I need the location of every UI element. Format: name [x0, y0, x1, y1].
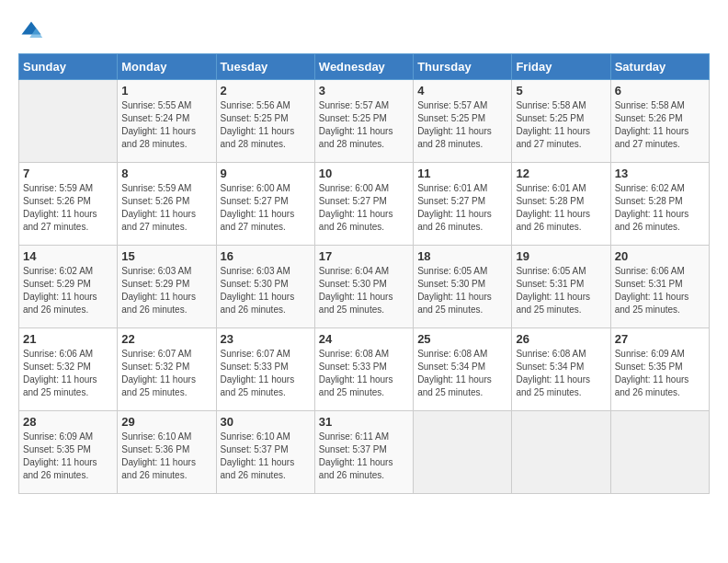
day-number: 18	[417, 249, 507, 263]
day-number: 2	[221, 84, 311, 98]
sunrise-text: Sunrise: 5:57 AM	[417, 100, 487, 110]
sunrise-text: Sunrise: 6:09 AM	[615, 349, 685, 359]
calendar-cell: 26 Sunrise: 6:08 AM Sunset: 5:34 PM Dayl…	[512, 328, 610, 411]
daylight-text: Daylight: 11 hours and 27 minutes.	[23, 209, 97, 232]
sunset-text: Sunset: 5:37 PM	[319, 444, 387, 454]
sunset-text: Sunset: 5:31 PM	[615, 279, 683, 289]
cell-info: Sunrise: 6:04 AM Sunset: 5:30 PM Dayligh…	[319, 265, 409, 316]
day-number: 6	[615, 84, 705, 98]
cell-info: Sunrise: 5:57 AM Sunset: 5:25 PM Dayligh…	[319, 99, 409, 151]
daylight-text: Daylight: 11 hours and 27 minutes.	[121, 209, 196, 232]
calendar-header: SundayMondayTuesdayWednesdayThursdayFrid…	[19, 54, 710, 80]
calendar-cell	[610, 411, 709, 494]
sunrise-text: Sunrise: 6:09 AM	[23, 431, 93, 442]
sunset-text: Sunset: 5:26 PM	[23, 196, 91, 206]
cell-info: Sunrise: 6:01 AM Sunset: 5:27 PM Dayligh…	[417, 182, 507, 234]
logo	[18, 18, 48, 44]
weekday-header: Tuesday	[216, 54, 314, 80]
cell-info: Sunrise: 6:07 AM Sunset: 5:32 PM Dayligh…	[121, 348, 211, 399]
calendar-cell: 13 Sunrise: 6:02 AM Sunset: 5:28 PM Dayl…	[610, 163, 709, 246]
daylight-text: Daylight: 11 hours and 26 minutes.	[23, 457, 97, 480]
sunrise-text: Sunrise: 6:07 AM	[121, 349, 191, 359]
sunset-text: Sunset: 5:32 PM	[23, 362, 91, 372]
cell-info: Sunrise: 6:10 AM Sunset: 5:36 PM Dayligh…	[121, 431, 211, 482]
sunset-text: Sunset: 5:37 PM	[221, 444, 289, 454]
sunrise-text: Sunrise: 6:08 AM	[417, 349, 487, 359]
day-number: 21	[23, 332, 113, 346]
day-number: 26	[516, 332, 606, 346]
daylight-text: Daylight: 11 hours and 27 minutes.	[221, 209, 295, 232]
weekday-header: Friday	[512, 54, 610, 80]
calendar-cell	[19, 80, 118, 163]
sunrise-text: Sunrise: 6:07 AM	[221, 349, 290, 359]
sunset-text: Sunset: 5:27 PM	[319, 196, 387, 206]
cell-info: Sunrise: 6:02 AM Sunset: 5:29 PM Dayligh…	[23, 265, 113, 316]
calendar-week-row: 14 Sunrise: 6:02 AM Sunset: 5:29 PM Dayl…	[19, 246, 710, 328]
weekday-header: Wednesday	[314, 54, 413, 80]
calendar-cell: 22 Sunrise: 6:07 AM Sunset: 5:32 PM Dayl…	[118, 328, 216, 411]
sunset-text: Sunset: 5:29 PM	[23, 279, 91, 289]
daylight-text: Daylight: 11 hours and 25 minutes.	[516, 292, 590, 315]
daylight-text: Daylight: 11 hours and 26 minutes.	[516, 209, 590, 232]
sunrise-text: Sunrise: 5:56 AM	[221, 100, 290, 110]
sunrise-text: Sunrise: 5:55 AM	[121, 100, 191, 110]
weekday-header: Thursday	[414, 54, 512, 80]
day-number: 31	[319, 415, 409, 429]
daylight-text: Daylight: 11 hours and 27 minutes.	[516, 126, 590, 149]
daylight-text: Daylight: 11 hours and 26 minutes.	[319, 457, 393, 480]
cell-info: Sunrise: 6:08 AM Sunset: 5:33 PM Dayligh…	[319, 348, 409, 399]
sunrise-text: Sunrise: 5:59 AM	[23, 183, 93, 193]
daylight-text: Daylight: 11 hours and 25 minutes.	[319, 374, 393, 397]
sunrise-text: Sunrise: 6:05 AM	[516, 266, 586, 276]
daylight-text: Daylight: 11 hours and 26 minutes.	[615, 374, 689, 397]
sunrise-text: Sunrise: 6:02 AM	[615, 183, 685, 193]
daylight-text: Daylight: 11 hours and 26 minutes.	[121, 292, 196, 315]
day-number: 10	[319, 167, 409, 180]
calendar-cell: 24 Sunrise: 6:08 AM Sunset: 5:33 PM Dayl…	[314, 328, 413, 411]
day-number: 7	[23, 167, 113, 180]
day-number: 22	[121, 332, 211, 346]
daylight-text: Daylight: 11 hours and 25 minutes.	[319, 292, 393, 315]
sunset-text: Sunset: 5:26 PM	[615, 113, 683, 123]
sunrise-text: Sunrise: 6:10 AM	[121, 431, 191, 442]
cell-info: Sunrise: 6:05 AM Sunset: 5:30 PM Dayligh…	[417, 265, 507, 316]
calendar-cell: 15 Sunrise: 6:03 AM Sunset: 5:29 PM Dayl…	[118, 246, 216, 328]
sunrise-text: Sunrise: 6:08 AM	[319, 349, 389, 359]
cell-info: Sunrise: 5:59 AM Sunset: 5:26 PM Dayligh…	[121, 182, 211, 234]
cell-info: Sunrise: 6:00 AM Sunset: 5:27 PM Dayligh…	[221, 182, 311, 234]
sunset-text: Sunset: 5:32 PM	[121, 362, 189, 372]
logo-icon	[18, 18, 44, 44]
daylight-text: Daylight: 11 hours and 26 minutes.	[221, 457, 295, 480]
calendar-week-row: 21 Sunrise: 6:06 AM Sunset: 5:32 PM Dayl…	[19, 328, 710, 411]
sunrise-text: Sunrise: 6:01 AM	[417, 183, 487, 193]
day-number: 19	[516, 249, 606, 263]
day-number: 14	[23, 249, 113, 263]
day-number: 25	[417, 332, 507, 346]
calendar-cell: 21 Sunrise: 6:06 AM Sunset: 5:32 PM Dayl…	[19, 328, 118, 411]
cell-info: Sunrise: 5:55 AM Sunset: 5:24 PM Dayligh…	[121, 99, 211, 151]
sunset-text: Sunset: 5:34 PM	[516, 362, 584, 372]
calendar-cell: 30 Sunrise: 6:10 AM Sunset: 5:37 PM Dayl…	[216, 411, 314, 494]
sunrise-text: Sunrise: 6:00 AM	[221, 183, 290, 193]
day-number: 4	[417, 84, 507, 98]
cell-info: Sunrise: 6:06 AM Sunset: 5:32 PM Dayligh…	[23, 348, 113, 399]
calendar-cell: 12 Sunrise: 6:01 AM Sunset: 5:28 PM Dayl…	[512, 163, 610, 246]
sunset-text: Sunset: 5:30 PM	[417, 279, 485, 289]
calendar-cell: 29 Sunrise: 6:10 AM Sunset: 5:36 PM Dayl…	[118, 411, 216, 494]
cell-info: Sunrise: 5:58 AM Sunset: 5:25 PM Dayligh…	[516, 99, 606, 151]
daylight-text: Daylight: 11 hours and 26 minutes.	[615, 209, 689, 232]
cell-info: Sunrise: 6:11 AM Sunset: 5:37 PM Dayligh…	[319, 431, 409, 482]
calendar-cell: 31 Sunrise: 6:11 AM Sunset: 5:37 PM Dayl…	[314, 411, 413, 494]
daylight-text: Daylight: 11 hours and 26 minutes.	[417, 209, 492, 232]
cell-info: Sunrise: 6:03 AM Sunset: 5:30 PM Dayligh…	[221, 265, 311, 316]
sunrise-text: Sunrise: 6:00 AM	[319, 183, 389, 193]
sunset-text: Sunset: 5:25 PM	[221, 113, 289, 123]
weekday-header: Sunday	[19, 54, 118, 80]
sunset-text: Sunset: 5:25 PM	[516, 113, 584, 123]
daylight-text: Daylight: 11 hours and 26 minutes.	[221, 292, 295, 315]
sunrise-text: Sunrise: 6:01 AM	[516, 183, 586, 193]
calendar-table: SundayMondayTuesdayWednesdayThursdayFrid…	[18, 53, 710, 494]
daylight-text: Daylight: 11 hours and 25 minutes.	[23, 374, 97, 397]
calendar-cell: 14 Sunrise: 6:02 AM Sunset: 5:29 PM Dayl…	[19, 246, 118, 328]
calendar-cell: 5 Sunrise: 5:58 AM Sunset: 5:25 PM Dayli…	[512, 80, 610, 163]
